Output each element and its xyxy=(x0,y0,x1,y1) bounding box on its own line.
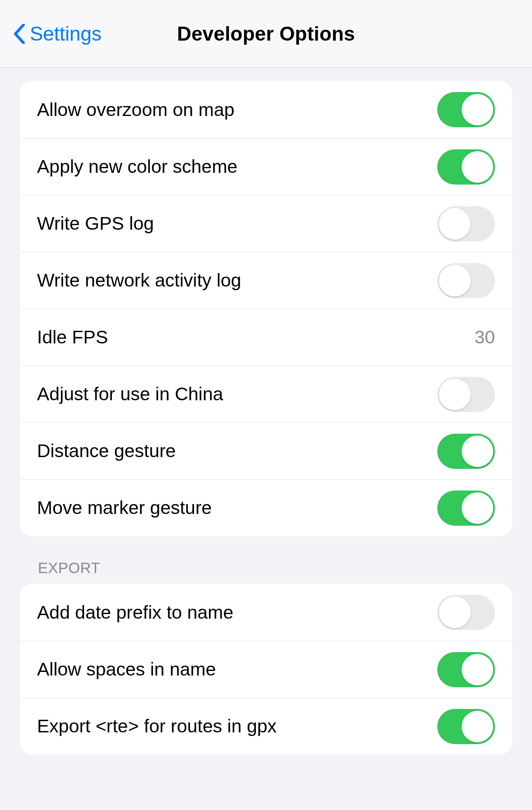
row-label: Allow overzoom on map xyxy=(37,99,235,120)
row-allow-spaces[interactable]: Allow spaces in name xyxy=(20,641,512,698)
idle-fps-value: 30 xyxy=(474,327,495,348)
row-adjust-china[interactable]: Adjust for use in China xyxy=(20,366,512,422)
row-label: Idle FPS xyxy=(37,327,108,348)
row-label: Allow spaces in name xyxy=(37,659,216,680)
row-label: Export <rte> for routes in gpx xyxy=(37,716,277,737)
row-label: Add date prefix to name xyxy=(37,602,233,623)
toggle-distance-gesture[interactable] xyxy=(437,434,495,469)
toggle-adjust-china[interactable] xyxy=(437,377,495,412)
settings-group-export: Add date prefix to name Allow spaces in … xyxy=(20,584,512,754)
navbar: Settings Developer Options xyxy=(0,0,532,68)
row-date-prefix[interactable]: Add date prefix to name xyxy=(20,584,512,641)
toggle-date-prefix[interactable] xyxy=(437,595,495,630)
row-write-net-log[interactable]: Write network activity log xyxy=(20,252,512,309)
toggle-apply-color-scheme[interactable] xyxy=(437,149,495,185)
toggle-allow-spaces[interactable] xyxy=(437,652,495,687)
chevron-left-icon xyxy=(14,24,25,44)
row-allow-overzoom[interactable]: Allow overzoom on map xyxy=(20,81,512,138)
back-button-label: Settings xyxy=(30,23,102,45)
row-label: Write network activity log xyxy=(37,270,241,291)
row-label: Distance gesture xyxy=(37,440,176,462)
toggle-write-gps-log[interactable] xyxy=(437,206,495,241)
settings-group-main: Allow overzoom on map Apply new color sc… xyxy=(20,81,512,536)
toggle-export-rte[interactable] xyxy=(437,709,495,744)
row-write-gps-log[interactable]: Write GPS log xyxy=(20,195,512,252)
toggle-write-net-log[interactable] xyxy=(437,263,495,298)
row-idle-fps[interactable]: Idle FPS 30 xyxy=(20,309,512,366)
row-label: Adjust for use in China xyxy=(37,384,223,405)
toggle-move-marker-gesture[interactable] xyxy=(437,491,495,526)
row-export-rte[interactable]: Export <rte> for routes in gpx xyxy=(20,698,512,754)
row-label: Apply new color scheme xyxy=(37,156,237,177)
toggle-allow-overzoom[interactable] xyxy=(437,92,495,127)
row-move-marker-gesture[interactable]: Move marker gesture xyxy=(20,479,512,536)
row-label: Write GPS log xyxy=(37,213,154,234)
back-button[interactable]: Settings xyxy=(14,23,102,45)
row-distance-gesture[interactable]: Distance gesture xyxy=(20,422,512,479)
row-label: Move marker gesture xyxy=(37,497,212,518)
content: Allow overzoom on map Apply new color sc… xyxy=(0,68,532,754)
row-apply-color-scheme[interactable]: Apply new color scheme xyxy=(20,138,512,195)
section-header-export: EXPORT xyxy=(0,560,532,584)
